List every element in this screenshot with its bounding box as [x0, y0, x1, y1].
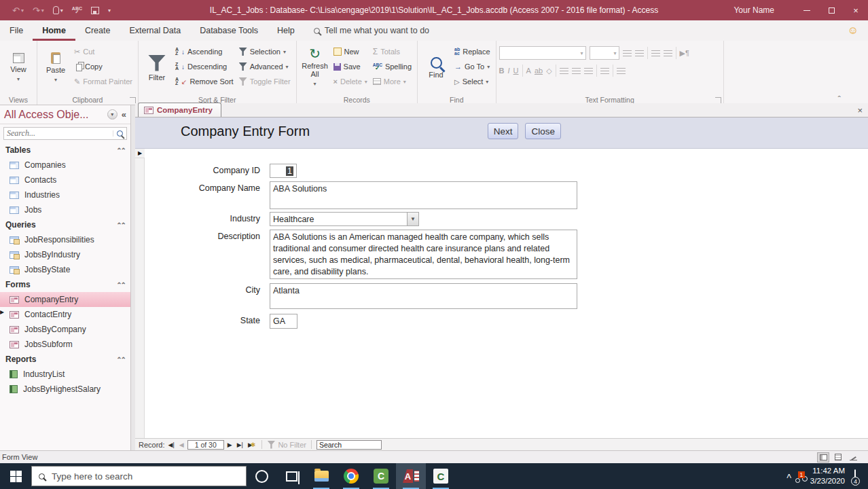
replace-icon: abac [454, 48, 460, 56]
close-document-icon[interactable]: × [857, 105, 863, 115]
nav-item-jobssubform[interactable]: JobsSubform [0, 337, 130, 352]
nav-item-companyentry[interactable]: CompanyEntry [0, 292, 130, 307]
clipboard-dialog-launcher[interactable] [130, 97, 136, 103]
capture-app-button[interactable]: C [426, 463, 456, 489]
nav-item-jobresponsibilities[interactable]: JobResponsibilities [0, 232, 130, 247]
file-explorer-button[interactable] [306, 463, 336, 489]
font-name-combobox[interactable]: ▾ [499, 46, 586, 60]
font-size-combobox[interactable]: ▾ [590, 46, 619, 60]
form-view-button[interactable] [817, 452, 829, 463]
paste-button[interactable]: Paste ▾ [40, 43, 71, 93]
tab-file[interactable]: File [0, 20, 33, 41]
industry-dropdown-icon[interactable]: ▼ [407, 213, 418, 225]
nav-item-contacts[interactable]: Contacts [0, 173, 130, 187]
action-center-button[interactable]: 4 [854, 470, 856, 482]
minimize-button[interactable] [795, 0, 819, 20]
close-button[interactable]: × [844, 0, 868, 20]
industry-combobox[interactable]: Healthcare ▼ [270, 212, 419, 226]
account-name[interactable]: Your Name [734, 5, 774, 15]
nav-pane-title[interactable]: All Access Obje... ▾ « [0, 105, 130, 124]
task-view-button[interactable] [276, 463, 306, 489]
goto-button[interactable]: →Go To▾ [452, 59, 493, 74]
restore-button[interactable] [819, 0, 844, 20]
collapse-ribbon-button[interactable]: ⌃ [837, 95, 842, 101]
cortana-button[interactable] [247, 463, 276, 489]
first-record-button[interactable]: ◀| [167, 441, 176, 448]
refresh-all-button[interactable]: ↻ Refresh All ▾ [300, 43, 331, 93]
touch-mode-button[interactable]: ▾ [53, 6, 63, 14]
shutter-bar-collapse-icon[interactable]: « [122, 109, 126, 120]
camtasia-button[interactable]: C [366, 463, 396, 489]
spelling-button[interactable]: ABC✓Spelling [370, 59, 414, 74]
spelling-quick-button[interactable]: ABC✓ [72, 7, 82, 14]
tab-home[interactable]: Home [33, 20, 75, 41]
nav-group-tables[interactable]: Tables⌃⌃ [0, 143, 130, 158]
company-id-field[interactable]: 1 [270, 164, 297, 178]
customize-qat-button[interactable]: ▾ [108, 7, 111, 14]
tab-help[interactable]: Help [268, 20, 304, 41]
redo-button[interactable]: ↷▾ [33, 5, 44, 16]
format-painter-icon: ✎ [74, 77, 80, 86]
next-button[interactable]: Next [488, 123, 519, 139]
nav-group-forms[interactable]: Forms⌃⌃ [0, 277, 130, 292]
text-formatting-dialog-launcher[interactable] [715, 97, 721, 103]
filter-button[interactable]: Filter [141, 43, 173, 93]
access-button[interactable]: A [396, 463, 426, 489]
taskbar-search-box[interactable]: Type here to search [31, 466, 247, 486]
find-button[interactable]: Find [420, 43, 452, 93]
design-view-button[interactable] [847, 452, 859, 463]
feedback-smiley-icon[interactable]: ☺ [848, 24, 858, 37]
save-record-button[interactable]: Save [331, 59, 370, 74]
nav-item-jobsbycompany[interactable]: JobsByCompany [0, 322, 130, 337]
record-selector-bar[interactable]: ▶ [135, 149, 145, 438]
replace-button[interactable]: abacReplace [452, 44, 493, 59]
next-record-button[interactable]: ▶ [226, 441, 234, 448]
nav-item-jobsbystate[interactable]: JobsByState [0, 262, 130, 277]
tab-external-data[interactable]: External Data [120, 20, 190, 41]
record-position[interactable]: 1 of 30 [187, 440, 224, 450]
company-name-field[interactable]: ABA Solutions [270, 181, 577, 209]
nav-search-box[interactable] [3, 127, 127, 140]
nav-item-industrylist[interactable]: IndustryList [0, 367, 130, 382]
copy-button[interactable]: Copy [71, 59, 135, 74]
view-button[interactable]: View ▾ [3, 43, 34, 93]
start-button[interactable] [0, 463, 31, 489]
nav-item-industries[interactable]: Industries [0, 187, 130, 202]
nav-item-jobsbyindustry[interactable]: JobsByIndustry [0, 247, 130, 262]
last-record-button[interactable]: ▶| [236, 441, 245, 448]
save-quick-button[interactable] [91, 7, 99, 14]
close-icon: × [853, 5, 858, 16]
nav-search-icon[interactable] [117, 130, 123, 137]
nav-menu-icon[interactable]: ▾ [107, 109, 117, 120]
nav-item-jobs[interactable]: Jobs [0, 202, 130, 217]
tab-database-tools[interactable]: Database Tools [190, 20, 268, 41]
nav-item-jobsbyhighestsalary[interactable]: JobsByHighestSalary [0, 382, 130, 397]
undo-button[interactable]: ↶▾ [12, 5, 24, 16]
ascending-button[interactable]: AZ↓Ascending [173, 44, 236, 59]
tray-chevron-icon[interactable]: > [784, 473, 793, 478]
tab-create[interactable]: Create [75, 20, 120, 41]
tell-me-box[interactable]: Tell me what you want to do [314, 26, 429, 35]
clock[interactable]: 11:42 AM 3/23/2020 [810, 466, 845, 486]
nav-item-companies[interactable]: Companies [0, 158, 130, 173]
selection-button[interactable]: Selection▾ [236, 44, 293, 59]
advanced-filter-icon [239, 62, 247, 71]
nav-search-input[interactable] [7, 128, 113, 139]
nav-group-reports[interactable]: Reports⌃⌃ [0, 352, 130, 367]
close-form-button[interactable]: Close [525, 123, 561, 139]
description-field[interactable]: ABA Solutions is an American managed hea… [270, 230, 577, 279]
datasheet-view-button[interactable] [832, 452, 844, 463]
select-button[interactable]: ▷Select▾ [452, 74, 493, 89]
city-field[interactable]: Atlanta [270, 283, 577, 309]
remove-sort-button[interactable]: AZ↙Remove Sort [173, 74, 236, 89]
tab-companyentry[interactable]: CompanyEntry [138, 103, 221, 117]
nav-group-queries[interactable]: Queries⌃⌃ [0, 217, 130, 232]
record-search-box[interactable]: Search [317, 440, 382, 450]
new-record-nav-button[interactable]: ▶✱ [247, 441, 257, 448]
state-field[interactable]: GA [270, 314, 297, 329]
new-record-button[interactable]: New [331, 44, 370, 59]
nav-item-contactentry[interactable]: ContactEntry [0, 307, 130, 322]
descending-button[interactable]: ZA↓Descending [173, 59, 236, 74]
chrome-button[interactable] [336, 463, 366, 489]
advanced-button[interactable]: Advanced▾ [236, 59, 293, 74]
